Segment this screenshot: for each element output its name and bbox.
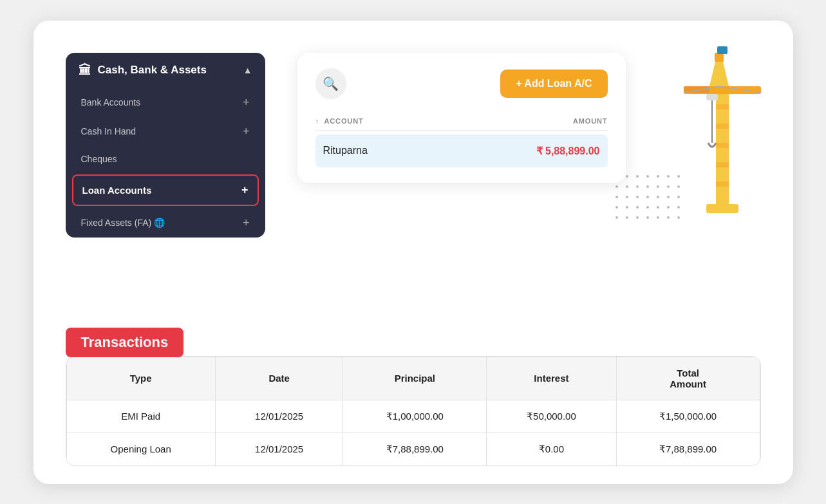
plus-icon[interactable]: +: [241, 183, 249, 197]
cell-principal: ₹1,00,000.00: [343, 400, 487, 433]
transactions-section: Transactions Type Date Principal Interes…: [66, 328, 761, 466]
cell-total: ₹1,50,000.00: [616, 400, 760, 433]
bank-icon: 🏛: [79, 63, 91, 78]
chevron-up-icon: ▲: [243, 65, 252, 75]
account-table-header: ↑ ACCOUNT AMOUNT: [315, 112, 608, 131]
cell-total: ₹7,88,899.00: [616, 433, 760, 465]
sidebar-item-label: Cheques: [81, 154, 117, 164]
add-loan-button[interactable]: + Add Loan A/C: [500, 70, 607, 98]
account-row[interactable]: Rituparna ₹ 5,88,899.00: [315, 135, 608, 167]
account-panel: 🔍 + Add Loan A/C ↑ ACCOUNT AMOUNT Ritupa…: [297, 53, 626, 183]
sidebar-item-label: Bank Accounts: [81, 97, 141, 107]
cell-type: Opening Loan: [66, 433, 215, 465]
sidebar-header-title: Cash, Bank & Assets: [98, 64, 207, 77]
account-panel-top: 🔍 + Add Loan A/C: [315, 68, 608, 99]
cell-principal: ₹7,88,899.00: [343, 433, 487, 465]
sidebar-item-fixed-assets[interactable]: Fixed Assets (FA) 🌐 +: [66, 209, 265, 238]
cell-interest: ₹50,000.00: [487, 400, 616, 433]
sidebar-item-label: Loan Accounts: [82, 185, 152, 196]
col-header-principal: Principal: [343, 357, 487, 400]
account-name: Rituparna: [323, 145, 368, 156]
sidebar-item-cash-in-hand[interactable]: Cash In Hand +: [66, 117, 265, 146]
sidebar-header[interactable]: 🏛 Cash, Bank & Assets ▲: [66, 53, 265, 88]
search-icon: 🔍: [323, 76, 339, 91]
plus-icon[interactable]: +: [243, 125, 250, 138]
svg-rect-9: [706, 204, 738, 213]
main-container: 🏛 Cash, Bank & Assets ▲ Bank Accounts + …: [33, 21, 793, 484]
cell-interest: ₹0.00: [487, 433, 616, 465]
sidebar-item-label: Cash In Hand: [81, 126, 136, 136]
table-row[interactable]: EMI Paid 12/01/2025 ₹1,00,000.00 ₹50,000…: [66, 400, 760, 433]
search-button[interactable]: 🔍: [315, 68, 346, 99]
svg-marker-5: [709, 59, 729, 86]
svg-rect-6: [715, 53, 724, 62]
cell-date: 12/01/2025: [215, 400, 343, 433]
sidebar-item-loan-accounts[interactable]: Loan Accounts +: [72, 174, 259, 206]
sidebar: 🏛 Cash, Bank & Assets ▲ Bank Accounts + …: [66, 53, 265, 238]
amount-col-header: AMOUNT: [573, 117, 608, 125]
sidebar-item-label: Fixed Assets (FA) 🌐: [81, 218, 165, 228]
account-col-header: ↑ ACCOUNT: [315, 117, 364, 125]
col-header-total: TotalAmount: [616, 357, 760, 400]
cell-type: EMI Paid: [66, 400, 215, 433]
transactions-badge: Transactions: [66, 328, 184, 357]
svg-rect-13: [716, 162, 729, 167]
svg-rect-10: [716, 104, 729, 109]
sidebar-header-left: 🏛 Cash, Bank & Assets: [79, 63, 207, 78]
table-row[interactable]: Opening Loan 12/01/2025 ₹7,88,899.00 ₹0.…: [66, 433, 760, 465]
sort-arrow-icon: ↑: [315, 117, 319, 125]
svg-rect-3: [706, 94, 718, 100]
svg-rect-12: [716, 143, 729, 148]
svg-rect-11: [716, 124, 729, 129]
svg-rect-15: [717, 46, 727, 54]
col-header-type: Type: [66, 357, 215, 400]
transactions-table-wrapper: Type Date Principal Interest TotalAmount…: [66, 356, 761, 466]
cell-date: 12/01/2025: [215, 433, 343, 465]
col-header-interest: Interest: [487, 357, 616, 400]
plus-icon[interactable]: +: [243, 216, 250, 230]
sidebar-item-cheques[interactable]: Cheques: [66, 146, 265, 172]
svg-rect-14: [716, 182, 729, 187]
account-amount: ₹ 5,88,899.00: [536, 145, 600, 157]
crane-illustration: [671, 40, 774, 220]
col-header-date: Date: [215, 357, 343, 400]
transactions-table: Type Date Principal Interest TotalAmount…: [66, 357, 760, 465]
plus-icon[interactable]: +: [243, 96, 250, 109]
sidebar-item-bank-accounts[interactable]: Bank Accounts +: [66, 88, 265, 117]
